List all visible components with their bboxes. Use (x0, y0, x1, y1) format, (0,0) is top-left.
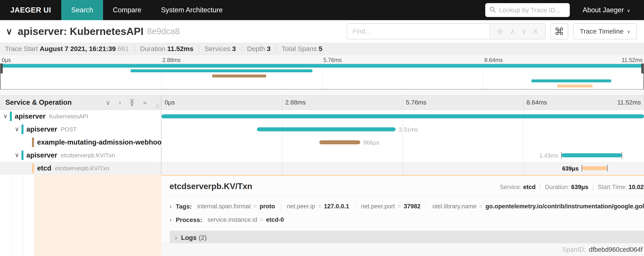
span-row-apiserver-etcd-txn[interactable]: ∨ apiserver etcdserverpb.KV/Txn 1.43ms (0, 149, 644, 162)
trace-lookup-input[interactable] (499, 7, 566, 14)
minimap-tick: 2.88ms (162, 57, 181, 63)
process-accordion[interactable]: › Process: service.instance.id = etcd-0 (170, 216, 644, 223)
minimap-right-scrubber[interactable] (641, 64, 643, 73)
collapse-all-icon[interactable]: ∨∨ (130, 99, 134, 105)
span-bar[interactable] (257, 127, 395, 131)
span-duration-label: 1.43ms (539, 152, 558, 159)
keyboard-shortcuts-button[interactable]: ⌘ (550, 23, 568, 39)
about-jaeger-menu[interactable]: About Jaeger ∨ (583, 0, 630, 20)
ruler-tick: 0μs (164, 99, 175, 106)
span-detail-row: etcdserverpb.KV/Txn Service: etcd Durati… (0, 175, 644, 256)
span-row-apiserver-kubernetesapi[interactable]: ∨ apiserver KubernetesAPI (0, 110, 644, 123)
span-duration-label: 639μs (562, 165, 579, 172)
equals-sign: = (398, 203, 401, 210)
service-name: apiserver (26, 125, 57, 133)
minimap-tick: 11.52ms (622, 57, 643, 63)
selected-span-color-bar (32, 175, 34, 256)
ruler-gridline (282, 95, 282, 110)
span-bar[interactable] (319, 140, 360, 144)
span-name-cell[interactable]: ∨ apiserver POST (0, 123, 162, 136)
trace-start-label: Trace Start (5, 45, 38, 53)
chevron-right-icon: › (170, 203, 172, 210)
find-input[interactable] (347, 24, 490, 39)
minimap-span-bar (532, 79, 611, 82)
start-time-value: 10.02ms (628, 184, 644, 191)
nav-spacer (232, 0, 485, 20)
divider (241, 46, 242, 52)
collapse-one-icon[interactable]: ∨ (105, 99, 110, 107)
process-item: service.instance.id = etcd-0 (208, 216, 284, 223)
tree-guide-line (23, 175, 23, 256)
trace-lookup-box[interactable] (485, 3, 570, 17)
collapse-children-icon[interactable]: ∨ (15, 151, 19, 159)
span-bar-cell[interactable]: 639μs (162, 162, 644, 175)
process-label: Process: (176, 216, 202, 223)
span-bar-cell[interactable]: 966μs (162, 136, 644, 149)
divider (276, 46, 276, 52)
find-clear-icon[interactable]: ✕ (533, 28, 538, 35)
trace-header: ∨ apiserver: KubernetesAPI 8e9dca8 ∧ ∨ ✕… (0, 20, 644, 43)
span-bar[interactable] (582, 166, 607, 170)
nav-item-compare[interactable]: Compare (103, 0, 152, 20)
span-row-webhook[interactable]: example-mutating-admission-webhook... 96… (0, 136, 644, 149)
tag-item: net.peer.ip = 127.0.0.1 (287, 203, 349, 210)
span-boundary-tick (582, 165, 582, 172)
depth-value: 3 (267, 45, 270, 53)
duration-value: 639μs (571, 184, 588, 191)
minimap-tick: 5.76ms (323, 57, 342, 63)
expand-one-icon[interactable]: › (119, 99, 121, 106)
span-name-cell[interactable]: ∨ apiserver etcdserverpb.KV/Txn (0, 149, 162, 162)
divider (170, 196, 644, 197)
span-bar[interactable] (562, 153, 622, 157)
collapse-children-icon[interactable]: ∨ (15, 126, 19, 133)
span-name-cell[interactable]: etcd etcdserverpb.KV/Txn (0, 162, 162, 175)
service-label: Service: (500, 184, 522, 191)
tag-key: internal.span.format (197, 203, 251, 210)
tag-value: go.opentelemetry.io/contrib/instrumentat… (486, 203, 644, 210)
span-boundary-tick (607, 165, 608, 172)
span-bar[interactable] (162, 114, 644, 118)
nav-item-system-architecture[interactable]: System Architecture (151, 0, 232, 20)
tags-accordion[interactable]: › Tags: internal.span.format = proto net… (170, 203, 644, 210)
minimap-tick: 8.64ms (484, 57, 503, 63)
span-color-marker (32, 164, 34, 173)
minimap-left-scrubber[interactable] (1, 64, 3, 73)
minimap-tick-labels: 0μs 2.88ms 5.76ms 8.64ms 11.52ms (0, 55, 644, 63)
span-detail-panel: etcdserverpb.KV/Txn Service: etcd Durati… (162, 175, 644, 256)
span-row-apiserver-post[interactable]: ∨ apiserver POST 3.31ms (0, 123, 644, 136)
span-bar-cell[interactable] (162, 110, 644, 123)
chevron-right-icon: › (175, 234, 177, 241)
span-duration-label: 966μs (363, 139, 379, 146)
minimap-canvas[interactable] (0, 63, 644, 90)
collapse-children-icon[interactable]: ∨ (3, 113, 8, 120)
service-name: apiserver (26, 151, 57, 159)
logs-accordion[interactable]: › Logs (2) (170, 231, 644, 244)
span-bar-cell[interactable]: 3.31ms (162, 123, 644, 136)
divider (355, 203, 355, 210)
tag-item: net.peer.port = 37982 (361, 203, 420, 210)
divider (281, 203, 281, 210)
find-prev-icon[interactable]: ∧ (510, 28, 515, 35)
span-row-etcd-txn-selected[interactable]: etcd etcdserverpb.KV/Txn 639μs (0, 162, 644, 175)
spanid-label: SpanID: (562, 246, 586, 253)
span-name-cell[interactable]: ∨ apiserver KubernetesAPI (0, 110, 162, 123)
tag-item: otel.library.name = go.opentelemetry.io/… (432, 203, 644, 210)
span-bar-cell[interactable]: 1.43ms (162, 149, 644, 162)
equals-sign: = (260, 216, 264, 223)
locate-icon[interactable] (496, 28, 504, 35)
tag-value: proto (260, 203, 275, 210)
top-nav: JAEGER UI Search Compare System Architec… (0, 0, 644, 20)
span-name-cell[interactable]: example-mutating-admission-webhook... (0, 136, 162, 149)
total-spans-label: Total Spans (282, 45, 317, 53)
nav-item-search[interactable]: Search (61, 0, 103, 20)
trace-start-value: August 7 2021, 16:21:39 (40, 45, 116, 53)
duration-label: Duration: (545, 184, 570, 191)
collapse-trace-icon[interactable]: ∨ (6, 26, 12, 37)
expand-all-icon[interactable]: » (143, 99, 147, 106)
trace-view-selector[interactable]: Trace Timeline ∨ (573, 23, 637, 39)
minimap-span-bar (130, 69, 312, 72)
column-resizer-handle[interactable]: || (156, 103, 160, 109)
find-next-icon[interactable]: ∨ (522, 28, 526, 35)
tag-item: internal.span.format = proto (197, 203, 275, 210)
collapse-controls: ∨ › ∨∨ » (105, 99, 147, 107)
